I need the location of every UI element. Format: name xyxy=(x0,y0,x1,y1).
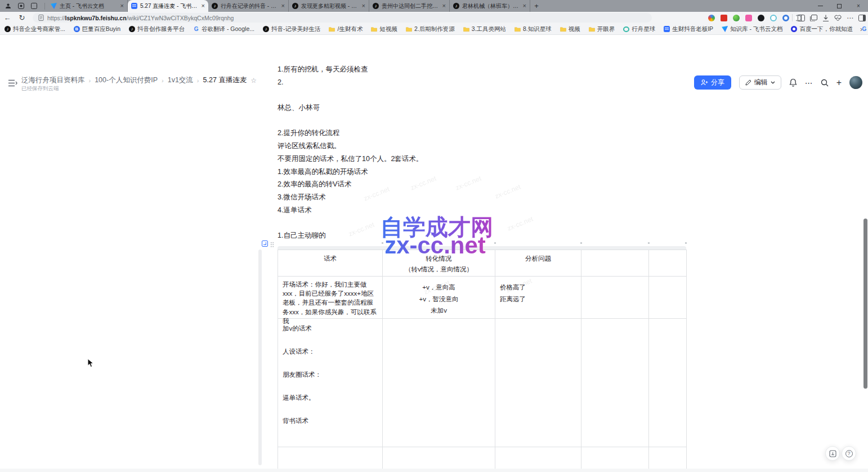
table-cell[interactable] xyxy=(581,277,649,319)
doc-line[interactable]: 2.提升你的转化流程 xyxy=(278,127,638,140)
browser-essentials-icon[interactable] xyxy=(834,15,842,21)
tab-douyin-1[interactable]: ♪ 行舟在记录的抖音 - 抖音 × xyxy=(208,0,289,12)
doc-line[interactable]: 2.效率的最高的转V话术 xyxy=(278,178,638,191)
maximize-button[interactable] xyxy=(830,0,849,12)
doc-line[interactable]: 1.自己主动聊的 xyxy=(278,229,638,242)
drag-handle-icon[interactable] xyxy=(270,242,274,247)
doc-line[interactable]: 不要用固定的话术，私信了10个人。2套话术。 xyxy=(278,153,638,166)
doc-body[interactable]: 1.所有的挖机，每天必须检查 2. 林总、小林哥 2.提升你的转化流程 评论区线… xyxy=(278,63,638,242)
tab-douyin-3[interactable]: ♪ 贵州中达同创二手挖机店的抖音 - × xyxy=(369,0,450,12)
bookmarks-overflow-chevron[interactable]: › xyxy=(860,25,862,33)
minimize-button[interactable] xyxy=(811,0,830,12)
profile-icon[interactable] xyxy=(5,2,12,10)
doc-line[interactable]: 2. xyxy=(278,76,638,89)
bookmark-folder[interactable]: 3.工具类网站 xyxy=(463,25,506,33)
table-cell-opening-script[interactable]: 开场话术：你好，我们主要做xxx，目前已经服务了xxxx+地区老板，并且还有一整… xyxy=(278,277,383,319)
tab-close-icon[interactable]: × xyxy=(120,3,124,9)
settings-more-icon[interactable]: ⋯ xyxy=(847,14,853,22)
breadcrumb-item[interactable]: 100-个人知识付费IP xyxy=(95,75,158,85)
back-button[interactable]: ← xyxy=(0,14,15,22)
doc-line[interactable] xyxy=(278,216,638,229)
tab-close-icon[interactable]: × xyxy=(442,3,446,9)
bookmark-item[interactable]: 行舟星球 xyxy=(623,25,655,33)
address-bar[interactable]: https://lspknkwu7b.feishu.cn/wiki/CZ1YwN… xyxy=(33,13,652,23)
table-cell[interactable] xyxy=(383,319,495,447)
extension-icon-green[interactable] xyxy=(733,15,740,21)
split-screen-icon[interactable] xyxy=(798,15,805,21)
more-actions-icon[interactable]: ⋯ xyxy=(805,78,813,87)
table-header-cell[interactable] xyxy=(649,250,687,277)
close-button[interactable]: × xyxy=(849,0,868,12)
extension-icon-teal[interactable] xyxy=(770,15,777,21)
bookmark-folder[interactable]: 开眼界 xyxy=(589,25,615,33)
feedback-fab[interactable] xyxy=(825,446,840,461)
doc-line[interactable]: 1.所有的挖机，每天必须检查 xyxy=(278,63,638,76)
tab-close-icon[interactable]: × xyxy=(202,3,205,9)
table-header-cell[interactable]: 转化情况 （转v情况，意向情况） xyxy=(383,250,495,277)
edit-button[interactable]: 编辑 xyxy=(739,75,781,90)
tab-feishu-home[interactable]: 主页 - 飞书云文档 × xyxy=(47,0,128,12)
table-cell[interactable] xyxy=(649,319,687,447)
sidebar-toggle-icon[interactable] xyxy=(8,79,18,87)
collections-icon[interactable] xyxy=(810,15,817,21)
doc-line[interactable]: 4.逼单话术 xyxy=(278,204,638,217)
extension-icon-blue-target[interactable] xyxy=(782,15,789,21)
breadcrumb-current[interactable]: 5.27 直播连麦 xyxy=(203,75,247,85)
notifications-bell-icon[interactable] xyxy=(789,78,797,87)
extension-icon-colorwheel[interactable] xyxy=(708,15,715,21)
breadcrumb-item[interactable]: 泛海行舟项目资料库 xyxy=(21,75,85,85)
tab-search-icon[interactable] xyxy=(30,2,38,10)
tab-close-icon[interactable]: × xyxy=(281,3,285,9)
bookmark-item[interactable]: ♪抖音创作服务平台 xyxy=(129,25,185,33)
doc-line[interactable]: 评论区线索私信戳。 xyxy=(278,140,638,153)
new-tab-button[interactable]: + xyxy=(530,0,543,12)
tab-close-icon[interactable]: × xyxy=(362,3,365,9)
site-info-icon[interactable] xyxy=(38,15,44,21)
doc-line[interactable]: 林总、小林哥 xyxy=(278,101,638,114)
doc-line[interactable]: 1.效率最高的私戳的开场话术 xyxy=(278,166,638,179)
breadcrumb-item[interactable]: 1v1交流 xyxy=(168,75,193,85)
page-scrollbar-thumb[interactable] xyxy=(863,219,867,389)
bookmark-folder[interactable]: 短视频 xyxy=(371,25,397,33)
share-button[interactable]: 分享 xyxy=(694,75,731,90)
tab-douyin-4[interactable]: ♪ 君林机械（林班车）的抖音 - 抖 × xyxy=(450,0,530,12)
bookmark-folder[interactable]: 视频 xyxy=(560,25,580,33)
extension-icon-red-badge[interactable] xyxy=(721,15,727,21)
extension-icon-pink[interactable] xyxy=(745,15,752,21)
star-icon[interactable]: ☆ xyxy=(250,77,257,84)
bookmark-folder[interactable]: 2.后期制作资源 xyxy=(406,25,455,33)
search-icon[interactable] xyxy=(821,79,829,87)
tab-close-icon[interactable]: × xyxy=(523,3,526,9)
table-cell-analysis[interactable]: 价格高了 距离远了 xyxy=(495,277,581,319)
table-header-cell[interactable]: 分析问题 xyxy=(495,250,581,277)
extension-icon-black[interactable] xyxy=(758,15,764,21)
workspaces-icon[interactable] xyxy=(17,2,25,10)
bookmark-item[interactable]: 生财抖音老板IP xyxy=(664,25,713,33)
table-grid-icon[interactable] xyxy=(262,241,268,247)
bookmark-item[interactable]: 百度一下，你就知道 xyxy=(791,25,853,33)
table-cell[interactable] xyxy=(581,319,649,447)
table-cell[interactable] xyxy=(495,319,581,447)
refresh-button[interactable]: ↻ xyxy=(15,14,29,22)
create-new-icon[interactable]: + xyxy=(836,78,842,88)
table-header-cell[interactable] xyxy=(581,250,649,277)
bookmark-item[interactable]: ♪抖音-记录美好生活 xyxy=(263,25,321,33)
bookmark-item[interactable]: G谷歌翻译 - Google... xyxy=(193,25,254,33)
table-cell[interactable] xyxy=(649,277,687,319)
table-header-cell[interactable]: 话术 xyxy=(278,250,383,277)
sidebar-panel-icon[interactable] xyxy=(858,15,866,21)
help-fab[interactable]: ? xyxy=(842,446,856,461)
bookmark-item[interactable]: B巨量百应Buyin xyxy=(74,25,120,33)
downloads-icon[interactable] xyxy=(822,15,829,21)
bookmark-folder[interactable]: 8.知识星球 xyxy=(514,25,552,33)
table-cell-conversion[interactable]: +v，意向高 +v，暂没意向 未加v xyxy=(383,277,495,319)
avatar[interactable] xyxy=(849,76,862,89)
doc-line[interactable]: 3.微信开场话术 xyxy=(278,191,638,204)
bookmark-folder[interactable]: /生财有术 xyxy=(329,25,363,33)
bookmark-item[interactable]: ♪抖音企业号商家管... xyxy=(5,25,65,33)
tab-douyin-2[interactable]: ♪ 发现更多精彩视频 - 抖音搜索 × xyxy=(289,0,369,12)
table-cell-script-list[interactable]: 加v的话术 人设话术： 朋友圈话术： 逼单话术。 背书话术 xyxy=(278,319,383,447)
doc-line[interactable] xyxy=(278,114,638,127)
doc-line[interactable] xyxy=(278,88,638,101)
tab-active-doc[interactable]: 5.27 直播连麦 - 飞书云文档 × xyxy=(128,0,208,12)
